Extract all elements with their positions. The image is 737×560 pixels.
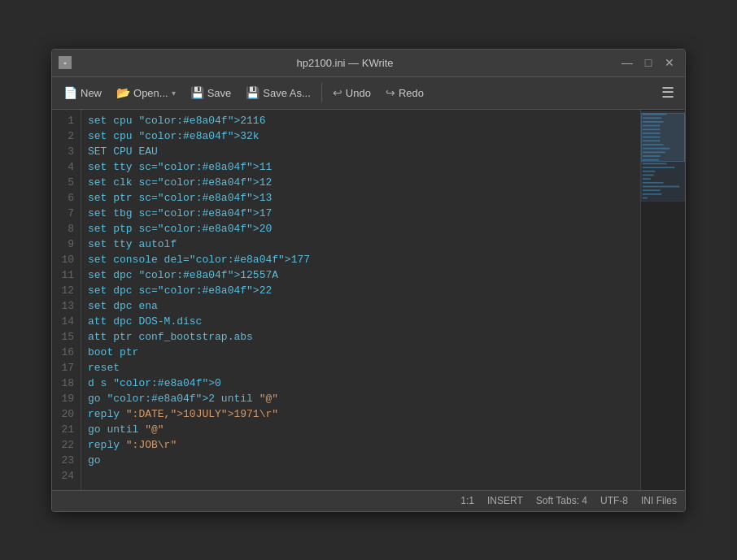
- minimap-viewport: [641, 113, 685, 162]
- new-button[interactable]: 📄 New: [57, 80, 108, 105]
- line-numbers: 123456789101112131415161718192021222324: [52, 110, 81, 490]
- code-editor[interactable]: set cpu "color:#e8a04f">2116set cpu "col…: [81, 110, 640, 490]
- statusbar: 1:1 INSERT Soft Tabs: 4 UTF-8 INI Files: [52, 490, 685, 511]
- table-row: set tty sc="color:#e8a04f">11: [88, 159, 634, 175]
- edit-mode: INSERT: [487, 495, 523, 506]
- table-row: d s "color:#e8a04f">0: [88, 376, 634, 391]
- cursor-position: 1:1: [460, 495, 474, 506]
- table-row: att ptr conf_bootstrap.abs: [88, 329, 634, 345]
- table-row: set tbg sc="color:#e8a04f">17: [88, 206, 634, 221]
- save-as-label: Save As...: [263, 87, 311, 99]
- table-row: set cpu "color:#e8a04f">32k: [88, 128, 634, 144]
- editor-area: 123456789101112131415161718192021222324 …: [52, 110, 685, 490]
- save-as-button[interactable]: 💾 Save As...: [239, 80, 317, 105]
- open-button[interactable]: 📂 Open... ▾: [110, 80, 182, 105]
- toolbar-separator: [321, 83, 322, 102]
- main-window: ▪ hp2100.ini — KWrite — □ ✕ 📄 New 📂 Open…: [51, 49, 686, 512]
- titlebar: ▪ hp2100.ini — KWrite — □ ✕: [52, 50, 685, 77]
- table-row: set dpc ena: [88, 298, 634, 314]
- minimap-canvas: [641, 110, 685, 490]
- maximize-button[interactable]: □: [639, 54, 657, 72]
- table-row: set clk sc="color:#e8a04f">12: [88, 175, 634, 190]
- minimize-button[interactable]: —: [618, 54, 636, 72]
- open-icon: 📂: [116, 86, 130, 99]
- minimap: [640, 110, 685, 490]
- table-row: go: [88, 453, 634, 468]
- window-title: hp2100.ini — KWrite: [72, 57, 618, 69]
- undo-icon: ↩: [333, 86, 342, 99]
- new-label: New: [81, 87, 102, 99]
- file-type: INI Files: [641, 495, 677, 506]
- table-row: set dpc sc="color:#e8a04f">22: [88, 283, 634, 298]
- undo-label: Undo: [346, 87, 371, 99]
- table-row: set dpc "color:#e8a04f">12557A: [88, 267, 634, 283]
- table-row: set console del="color:#e8a04f">177: [88, 252, 634, 267]
- app-icon: ▪: [63, 59, 67, 67]
- save-label: Save: [207, 87, 232, 99]
- chevron-down-icon: ▾: [172, 89, 176, 98]
- save-as-icon: 💾: [246, 86, 259, 99]
- table-row: SET CPU EAU: [88, 144, 634, 159]
- table-row: set cpu "color:#e8a04f">2116: [88, 113, 634, 128]
- window-icon: ▪: [59, 56, 72, 69]
- redo-button[interactable]: ↪ Redo: [379, 80, 430, 105]
- table-row: set tty autolf: [88, 237, 634, 252]
- window-controls: — □ ✕: [618, 54, 678, 72]
- tab-size: Soft Tabs: 4: [536, 495, 587, 506]
- redo-label: Redo: [399, 87, 424, 99]
- redo-icon: ↪: [386, 86, 395, 99]
- open-label: Open...: [133, 87, 168, 99]
- save-icon: 💾: [190, 86, 204, 99]
- table-row: reset: [88, 360, 634, 376]
- new-document-icon: 📄: [63, 86, 77, 99]
- close-button[interactable]: ✕: [661, 54, 678, 72]
- table-row: att dpc DOS-M.disc: [88, 314, 634, 329]
- table-row: reply ":JOB\r": [88, 437, 634, 453]
- table-row: go "color:#e8a04f">2 until "@": [88, 391, 634, 406]
- table-row: reply ":DATE,">10JULY">1971\r": [88, 406, 634, 422]
- table-row: boot ptr: [88, 345, 634, 360]
- undo-button[interactable]: ↩ Undo: [326, 80, 377, 105]
- table-row: set ptr sc="color:#e8a04f">13: [88, 190, 634, 206]
- encoding: UTF-8: [600, 495, 628, 506]
- table-row: set ptp sc="color:#e8a04f">20: [88, 221, 634, 237]
- table-row: [88, 468, 634, 484]
- table-row: go until "@": [88, 422, 634, 437]
- save-button[interactable]: 💾 Save: [184, 80, 238, 105]
- hamburger-menu-button[interactable]: ☰: [656, 80, 680, 105]
- toolbar: 📄 New 📂 Open... ▾ 💾 Save 💾 Save As... ↩ …: [52, 77, 685, 110]
